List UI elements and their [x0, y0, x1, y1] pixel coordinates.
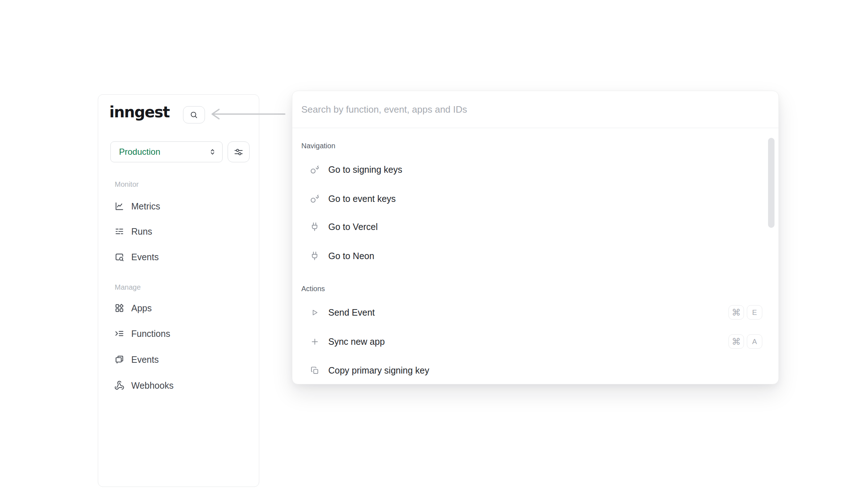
palette-item-label: Sync new app — [328, 336, 385, 347]
arrow-left-icon — [210, 108, 286, 121]
palette-search-row — [292, 91, 778, 128]
palette-item-label: Go to signing keys — [328, 164, 402, 175]
shortcut-keys: ⌘ E — [728, 305, 762, 320]
arrow-annotation — [210, 108, 286, 121]
palette-item-label: Go to event keys — [328, 194, 396, 204]
environment-value: Production — [119, 147, 209, 157]
section-label-monitor: Monitor — [115, 180, 139, 189]
chevron-up-down-icon — [209, 148, 216, 156]
shortcut-keys: ⌘ A — [728, 334, 762, 349]
palette-item-go-to-event-keys[interactable]: Go to event keys — [292, 191, 778, 207]
copy-icon — [310, 366, 319, 375]
sidebar-item-label: Events — [131, 252, 159, 262]
palette-item-go-to-signing-keys[interactable]: Go to signing keys — [292, 162, 778, 177]
sidebar-item-webhooks[interactable]: Webhooks — [98, 379, 259, 392]
environment-selector[interactable]: Production — [110, 141, 223, 162]
runs-list-icon — [114, 226, 124, 236]
palette-item-label: Go to Neon — [328, 251, 374, 261]
key-e: E — [747, 305, 762, 320]
key-icon — [310, 194, 319, 203]
sidebar: inngest Production Monitor — [98, 94, 259, 487]
command-palette: Navigation Go to signing keys Go to even… — [292, 91, 779, 384]
sliders-icon — [234, 147, 243, 157]
event-copy-icon — [114, 354, 124, 365]
palette-item-go-to-vercel[interactable]: Go to Vercel — [292, 219, 778, 235]
group-label-actions: Actions — [301, 284, 325, 293]
palette-item-label: Copy primary signing key — [328, 365, 429, 376]
webhook-icon — [114, 380, 124, 390]
play-icon — [310, 308, 319, 317]
palette-item-sync-new-app[interactable]: Sync new app ⌘ A — [292, 334, 778, 349]
open-search-button[interactable] — [183, 106, 205, 123]
section-label-manage: Manage — [115, 283, 141, 292]
key-icon — [310, 165, 319, 174]
sidebar-item-metrics[interactable]: Metrics — [98, 200, 259, 213]
apps-grid-icon — [114, 303, 124, 313]
event-search-icon — [114, 252, 124, 262]
palette-item-copy-primary-signing-key[interactable]: Copy primary signing key — [292, 362, 778, 378]
plug-icon — [310, 222, 319, 231]
palette-search-input[interactable] — [301, 104, 763, 115]
search-icon — [190, 111, 198, 119]
palette-item-label: Go to Vercel — [328, 222, 378, 232]
palette-item-send-event[interactable]: Send Event ⌘ E — [292, 304, 778, 320]
plus-icon — [310, 337, 319, 346]
sidebar-item-apps[interactable]: Apps — [98, 302, 259, 315]
plug-icon — [310, 251, 319, 261]
sidebar-item-events-monitor[interactable]: Events — [98, 250, 259, 263]
group-label-navigation: Navigation — [301, 141, 335, 150]
sidebar-item-events-manage[interactable]: Events — [98, 353, 259, 366]
sidebar-item-label: Runs — [131, 226, 152, 237]
function-list-icon — [114, 329, 124, 339]
sidebar-item-functions[interactable]: Functions — [98, 327, 259, 340]
command-key-icon: ⌘ — [728, 334, 744, 349]
sidebar-item-label: Apps — [131, 303, 152, 313]
sidebar-item-label: Events — [131, 354, 159, 365]
sidebar-item-label: Metrics — [131, 201, 160, 212]
sidebar-item-label: Functions — [131, 329, 170, 339]
palette-item-label: Send Event — [328, 307, 375, 318]
inngest-logo: inngest — [109, 103, 169, 121]
sidebar-item-runs[interactable]: Runs — [98, 225, 259, 238]
key-a: A — [747, 334, 762, 349]
palette-item-go-to-neon[interactable]: Go to Neon — [292, 248, 778, 264]
sidebar-item-label: Webhooks — [131, 380, 174, 391]
scrollbar-thumb[interactable] — [768, 138, 775, 228]
command-key-icon: ⌘ — [728, 305, 744, 320]
environment-filter-button[interactable] — [228, 141, 250, 162]
chart-line-icon — [114, 201, 124, 211]
